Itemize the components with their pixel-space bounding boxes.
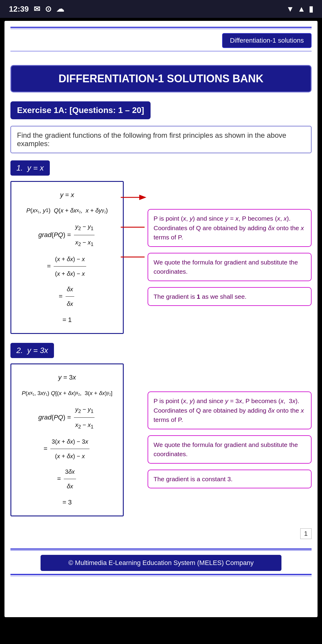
question-2-section: y = 3x P(xx1, 3xy1) Q[(x + δx)x2, 3(x + … xyxy=(10,363,312,516)
q1-line-4: = (x + δx) − x (x + δx) − x xyxy=(20,253,114,280)
time: 12:39 xyxy=(9,4,29,14)
question-2-label: 2. y = 3x xyxy=(10,343,54,358)
q1-number: 1. xyxy=(16,163,27,172)
tab-button[interactable]: Differentiation-1 solutions xyxy=(222,33,312,48)
math-box-q2: y = 3x P(xx1, 3xy1) Q[(x + δx)x2, 3(x + … xyxy=(10,363,124,516)
record-icon: ⊙ xyxy=(45,4,52,14)
math-box-q1: y = x P(xx1, y1) Q(x + δxx2, x + δyy2) g… xyxy=(10,181,124,334)
page-number-area: 1 xyxy=(10,525,312,539)
math-content-q2: y = 3x P(xx1, 3xy1) Q[(x + δx)x2, 3(x + … xyxy=(20,370,114,510)
main-title: DIFFERENTIATION-1 SOLUTIONS BANK xyxy=(10,65,312,92)
q1-function: y = x xyxy=(27,163,44,172)
footer-area: © Multimedia E-Learning Education System… xyxy=(10,555,312,571)
question-1-label: 1. y = x xyxy=(10,160,50,176)
q2-annotations: P is point (x, y) and since y = 3x, P be… xyxy=(124,363,312,516)
email-icon: ✉ xyxy=(34,4,40,14)
footer-copyright: © Multimedia E-Learning Education System… xyxy=(41,555,281,571)
divider-bottom-single xyxy=(10,550,312,551)
instruction-text: Find the gradient functions of the follo… xyxy=(10,126,312,153)
q2-annotation-list: P is point (x, y) and since y = 3x, P be… xyxy=(127,391,312,488)
status-bar: 12:39 ✉ ⊙ ☁ ▼ ▲ ▮ xyxy=(0,0,322,18)
page-content: Differentiation-1 solutions DIFFERENTIAT… xyxy=(4,21,318,617)
q1-annotation-3: The gradient is 1 as we shall see. xyxy=(148,287,312,306)
q2-line-5: = 3δx δx xyxy=(20,465,114,493)
divider-mid xyxy=(10,51,312,51)
page-number: 1 xyxy=(300,528,312,539)
q2-function: y = 3x xyxy=(27,346,48,355)
q1-line-1: y = x xyxy=(20,188,114,202)
exercise-label: Exercise 1A: [Questions: 1 – 20] xyxy=(10,101,151,119)
divider-top-double xyxy=(10,27,312,28)
q1-line-6: = 1 xyxy=(20,313,114,327)
signal-icon: ▲ xyxy=(298,4,305,14)
q2-line-6: = 3 xyxy=(20,495,114,510)
divider-top-single xyxy=(10,29,312,29)
wifi-icon: ▼ xyxy=(287,4,294,14)
status-left: 12:39 ✉ ⊙ ☁ xyxy=(9,4,64,14)
q2-annotation-2: We quote the formula for gradient and su… xyxy=(148,435,312,464)
bottom-bar xyxy=(0,620,322,644)
q2-line-3: grad(PQ) = y2 − y1 x2 − x1 xyxy=(20,403,114,433)
tab-area: Differentiation-1 solutions xyxy=(10,33,312,51)
q1-line-5: = δx δx xyxy=(20,283,114,310)
q1-annotation-list: P is point (x, y) and since y = x, P bec… xyxy=(127,209,312,306)
q2-line-4: = 3(x + δx) − 3x (x + δx) − x xyxy=(20,435,114,463)
cloud-icon: ☁ xyxy=(56,4,64,14)
q1-annotation-2: We quote the formula for gradient and su… xyxy=(148,253,312,281)
divider-bottom-double xyxy=(10,549,312,549)
q2-annotation-3: The gradient is a constant 3. xyxy=(148,470,312,489)
q1-annotation-1: P is point (x, y) and since y = x, P bec… xyxy=(148,209,312,247)
math-content-q1: y = x P(xx1, y1) Q(x + δxx2, x + δyy2) g… xyxy=(20,188,114,327)
q1-annotations: P is point (x, y) and since y = x, P bec… xyxy=(124,181,312,334)
battery-icon: ▮ xyxy=(309,4,313,14)
divider-footer-double xyxy=(10,574,312,575)
status-right: ▼ ▲ ▮ xyxy=(287,4,313,14)
q2-annotation-1: P is point (x, y) and since y = 3x, P be… xyxy=(148,391,312,429)
q2-line-2: P(xx1, 3xy1) Q[(x + δx)x2, 3(x + δx)y2] xyxy=(20,387,114,400)
q1-line-2: P(xx1, y1) Q(x + δxx2, x + δyy2) xyxy=(20,204,114,217)
q1-line-3: grad(PQ) = y2 − y1 x2 − x1 xyxy=(20,220,114,250)
question-1-section: y = x P(xx1, y1) Q(x + δxx2, x + δyy2) g… xyxy=(10,181,312,334)
q2-line-1: y = 3x xyxy=(20,370,114,385)
divider-footer-single xyxy=(10,576,312,576)
q2-number: 2. xyxy=(16,346,27,355)
